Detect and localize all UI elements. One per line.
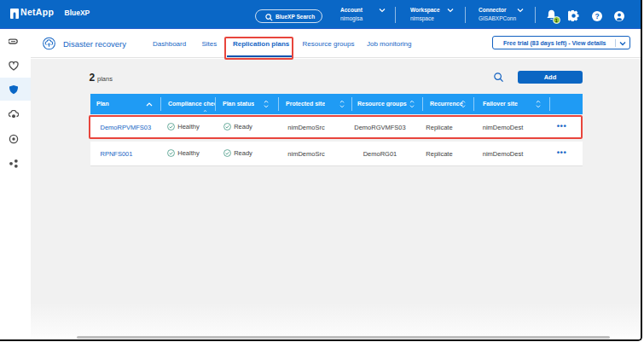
svg-text:?: ? xyxy=(595,11,599,20)
